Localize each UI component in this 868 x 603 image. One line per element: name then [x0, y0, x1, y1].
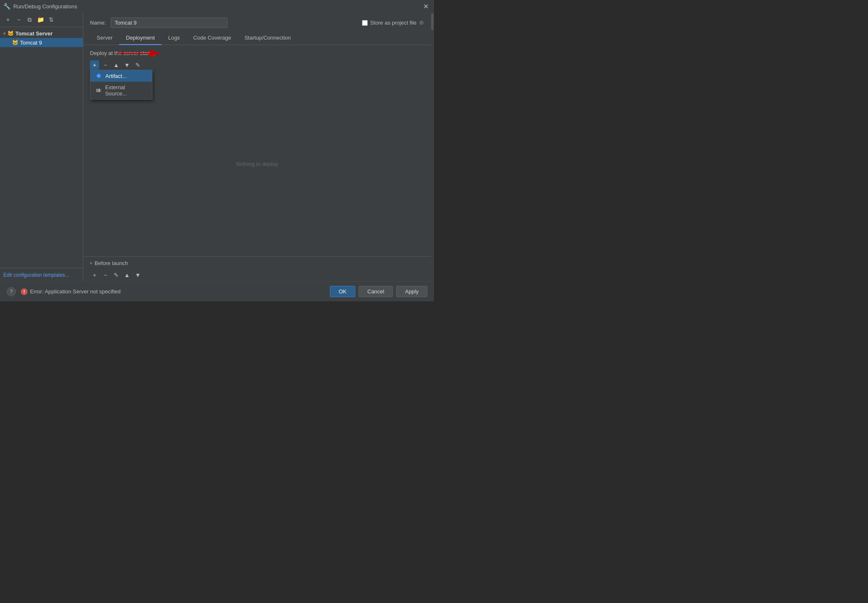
- name-input[interactable]: [111, 18, 227, 28]
- help-button[interactable]: ?: [7, 287, 16, 296]
- before-launch-chevron-icon: ▾: [90, 261, 92, 265]
- svg-rect-2: [98, 89, 100, 92]
- svg-rect-1: [96, 89, 98, 92]
- down-before-launch-button[interactable]: ▼: [133, 270, 142, 280]
- right-panel: Name: Store as project file ⚙ Server Dep…: [83, 13, 431, 281]
- dropdown-item-artifact[interactable]: Artifact...: [90, 70, 152, 82]
- title-bar-left: 🔧 Run/Debug Configurations: [3, 3, 77, 10]
- move-up-deploy-button[interactable]: ▲: [112, 60, 121, 70]
- svg-rect-3: [100, 89, 101, 92]
- store-as-project-label: Store as project file: [370, 20, 417, 26]
- tree-item-label: Tomcat Server: [15, 30, 52, 37]
- bottom-bar: ? ! Error: Application Server not specif…: [0, 281, 434, 301]
- tab-startup-connection[interactable]: Startup/Connection: [238, 31, 297, 45]
- artifact-label: Artifact...: [105, 73, 127, 79]
- nothing-to-deploy-text: Nothing to deploy: [236, 161, 278, 167]
- sidebar: + − ⧉ 📁 ⇅ ▾ 🐱 Tomcat Server 🐱 Tomcat 9 E…: [0, 13, 83, 281]
- remove-before-launch-button[interactable]: −: [101, 270, 110, 280]
- before-launch-section: ▾ Before launch + − ✎ ▲ ▼: [83, 256, 431, 281]
- deploy-section: Deploy at the server startup +: [83, 45, 431, 256]
- external-source-icon: [95, 87, 102, 94]
- name-row: Name: Store as project file ⚙: [83, 13, 431, 31]
- sort-config-button[interactable]: ⇅: [47, 15, 56, 24]
- tree-item-tomcat-9[interactable]: 🐱 Tomcat 9: [0, 38, 83, 47]
- folder-config-button[interactable]: 📁: [36, 15, 45, 24]
- edit-deploy-button[interactable]: ✎: [133, 60, 142, 70]
- title-bar: 🔧 Run/Debug Configurations ✕: [0, 0, 434, 13]
- sidebar-bottom: Edit configuration templates...: [0, 268, 83, 281]
- store-project-row: Store as project file ⚙: [362, 20, 424, 26]
- sidebar-tree: ▾ 🐱 Tomcat Server 🐱 Tomcat 9: [0, 27, 83, 268]
- tab-code-coverage[interactable]: Code Coverage: [187, 31, 238, 45]
- before-launch-label: Before launch: [95, 260, 128, 266]
- tomcat-9-icon: 🐱: [12, 39, 18, 46]
- main-content: + − ⧉ 📁 ⇅ ▾ 🐱 Tomcat Server 🐱 Tomcat 9 E…: [0, 13, 434, 281]
- tab-deployment[interactable]: Deployment: [119, 31, 161, 45]
- tab-server[interactable]: Server: [90, 31, 119, 45]
- title-bar-text: Run/Debug Configurations: [13, 3, 77, 10]
- close-button[interactable]: ✕: [421, 1, 431, 11]
- move-down-deploy-button[interactable]: ▼: [122, 60, 132, 70]
- right-scrollbar: [431, 13, 434, 281]
- panel-body: Deploy at the server startup +: [83, 45, 431, 281]
- ok-button[interactable]: OK: [330, 286, 355, 297]
- deploy-header: Deploy at the server startup: [83, 45, 431, 59]
- add-deploy-button[interactable]: +: [90, 60, 99, 70]
- error-text: Error: Application Server not specified: [30, 288, 121, 295]
- error-area: ! Error: Application Server not specifie…: [21, 288, 121, 295]
- sidebar-toolbar: + − ⧉ 📁 ⇅: [0, 13, 83, 27]
- tomcat-server-icon: 🐱: [7, 30, 14, 37]
- edit-before-launch-button[interactable]: ✎: [112, 270, 121, 280]
- edit-templates-link[interactable]: Edit configuration templates...: [3, 272, 69, 278]
- add-deploy-dropdown: Artifact...: [90, 70, 152, 100]
- tab-logs[interactable]: Logs: [162, 31, 187, 45]
- add-before-launch-button[interactable]: +: [90, 270, 99, 280]
- up-before-launch-button[interactable]: ▲: [122, 270, 132, 280]
- copy-config-button[interactable]: ⧉: [25, 15, 34, 24]
- external-source-label: External Source...: [105, 84, 147, 97]
- artifact-icon: [95, 73, 102, 79]
- add-config-button[interactable]: +: [3, 15, 12, 24]
- name-label: Name:: [90, 20, 106, 26]
- tabs-row: Server Deployment Logs Code Coverage Sta…: [83, 31, 431, 45]
- apply-button[interactable]: Apply: [396, 286, 427, 297]
- action-buttons: OK Cancel Apply: [330, 286, 427, 297]
- add-deploy-wrapper: + Artifact...: [90, 60, 99, 70]
- before-launch-toolbar: + − ✎ ▲ ▼: [83, 270, 431, 281]
- cancel-button[interactable]: Cancel: [359, 286, 393, 297]
- tree-item-label: Tomcat 9: [20, 40, 42, 46]
- tree-item-tomcat-server[interactable]: ▾ 🐱 Tomcat Server: [0, 29, 83, 38]
- store-as-project-checkbox[interactable]: [362, 20, 368, 26]
- app-icon: 🔧: [3, 3, 10, 10]
- error-icon: !: [21, 288, 27, 295]
- right-panel-wrapper: Name: Store as project file ⚙ Server Dep…: [83, 13, 434, 281]
- chevron-down-icon: ▾: [3, 31, 5, 36]
- before-launch-header[interactable]: ▾ Before launch: [83, 257, 431, 270]
- gear-icon: ⚙: [419, 20, 424, 26]
- scrollbar-thumb[interactable]: [431, 13, 434, 30]
- svg-rect-0: [96, 73, 101, 78]
- remove-config-button[interactable]: −: [14, 15, 23, 24]
- deploy-toolbar: + Artifact...: [83, 59, 431, 71]
- dropdown-item-external[interactable]: External Source...: [90, 82, 152, 99]
- remove-deploy-button[interactable]: −: [101, 60, 110, 70]
